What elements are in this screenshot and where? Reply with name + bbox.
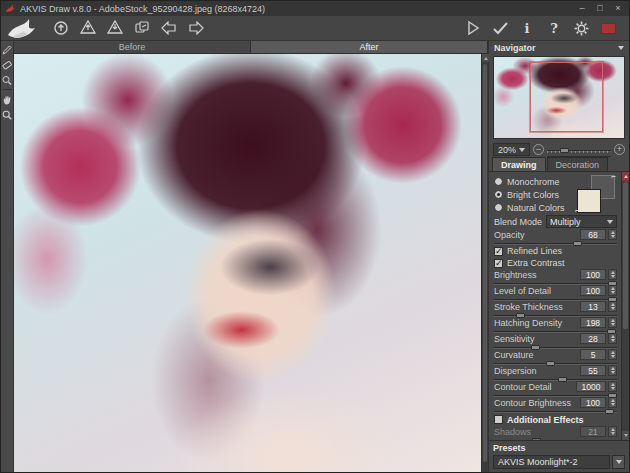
param-value-input[interactable]: 100 (580, 397, 606, 408)
stepper[interactable] (608, 349, 617, 360)
param-value-input[interactable]: 5 (580, 349, 606, 360)
brush-tool[interactable] (2, 44, 13, 55)
zoom-tool[interactable] (2, 109, 13, 120)
canvas-viewport[interactable] (14, 54, 488, 472)
stepper[interactable] (608, 285, 617, 296)
checkbox[interactable] (494, 259, 503, 268)
tab-drawing[interactable]: Drawing (492, 157, 546, 171)
param-slider[interactable] (494, 361, 617, 366)
chevron-down-icon[interactable] (618, 46, 624, 50)
param-value-input[interactable]: 100 (580, 285, 606, 296)
settings-panel: Monochrome Bright Colors Natural Colors … (489, 172, 629, 440)
param-slider[interactable] (494, 377, 617, 382)
slider-handle[interactable] (605, 409, 614, 414)
checkbox[interactable] (494, 415, 503, 424)
radio-natural-colors[interactable] (494, 203, 503, 212)
undo-button[interactable] (157, 18, 181, 39)
redo-button[interactable] (184, 18, 208, 39)
param-value-input[interactable]: 100 (580, 269, 606, 280)
save-image-button[interactable] (103, 18, 127, 39)
scrollbar-thumb[interactable] (623, 182, 628, 329)
share-button[interactable] (130, 18, 154, 39)
param-value-input[interactable]: 13 (580, 301, 606, 312)
zoom-in-button[interactable]: + (614, 144, 625, 155)
open-image-button[interactable] (49, 18, 73, 39)
panel-mode-button[interactable] (596, 18, 620, 39)
foreground-color-swatch[interactable] (577, 189, 601, 213)
check-extra-contrast[interactable]: Extra Contrast (494, 257, 617, 269)
slider-handle[interactable] (608, 281, 617, 286)
slider-handle[interactable] (531, 345, 540, 350)
stepper[interactable] (608, 397, 617, 408)
checkbox[interactable] (494, 247, 503, 256)
param-slider[interactable] (494, 329, 617, 334)
swap-colors-icon[interactable]: ⌐ (611, 172, 616, 181)
blend-mode-row: Blend Mode Multiply (494, 214, 617, 229)
canvas-vertical-scrollbar[interactable] (481, 54, 488, 472)
param-slider[interactable] (494, 241, 617, 246)
reset-colors-icon[interactable]: ⌐ (575, 206, 580, 215)
param-value-input[interactable]: 55 (580, 365, 606, 376)
param-slider[interactable] (494, 281, 617, 286)
slider-handle[interactable] (546, 361, 555, 366)
close-button[interactable]: × (611, 2, 625, 15)
stepper[interactable] (608, 269, 617, 280)
scroll-up-icon[interactable] (622, 172, 629, 181)
zoom-level-dropdown[interactable]: 20% (493, 143, 530, 156)
param-slider[interactable] (494, 297, 617, 302)
minimize-button[interactable]: – (575, 2, 589, 15)
param-value-input[interactable]: 68 (580, 229, 606, 240)
slider-handle[interactable] (573, 241, 582, 246)
navigator-thumbnail[interactable] (493, 56, 625, 139)
stepper[interactable] (608, 301, 617, 312)
param-contour-brightness: Contour Brightness 100 (494, 397, 617, 413)
slider-handle[interactable] (607, 329, 616, 334)
stepper[interactable] (608, 365, 617, 376)
additional-effects-header[interactable]: Additional Effects (494, 413, 617, 426)
param-slider[interactable] (494, 393, 617, 398)
param-value-input[interactable]: 28 (580, 333, 606, 344)
import-button[interactable] (76, 18, 100, 39)
apply-button[interactable] (488, 18, 512, 39)
info-button[interactable]: i (515, 18, 539, 39)
preset-dropdown-button[interactable] (612, 455, 625, 469)
param-value-input[interactable]: 1000 (576, 381, 606, 392)
param-dispersion: Dispersion 55 (494, 365, 617, 381)
eraser-tool[interactable] (2, 59, 13, 70)
tab-decoration[interactable]: Decoration (547, 157, 609, 171)
maximize-button[interactable]: □ (593, 2, 607, 15)
slider-handle[interactable] (558, 377, 567, 382)
stepper[interactable] (608, 229, 617, 240)
param-slider[interactable] (494, 345, 617, 350)
radio-bright-colors[interactable] (494, 190, 503, 199)
tab-before[interactable]: Before (14, 41, 251, 53)
slider-handle[interactable] (608, 297, 617, 302)
scrollbar-thumb[interactable] (483, 64, 487, 462)
tab-after[interactable]: After (251, 41, 488, 53)
history-brush-tool[interactable] (2, 74, 13, 85)
param-value-input[interactable]: 198 (580, 317, 606, 328)
settings-scrollbar[interactable] (621, 172, 629, 440)
navigator-view-frame[interactable] (530, 62, 603, 132)
zoom-slider-handle[interactable] (560, 148, 569, 153)
zoom-out-button[interactable]: − (533, 144, 544, 155)
slider-handle[interactable] (516, 313, 525, 318)
blend-mode-select[interactable]: Multiply (546, 215, 617, 228)
radio-monochrome[interactable] (494, 177, 503, 186)
preset-select[interactable]: AKVIS Moonlight*-2 (493, 455, 610, 469)
eraser-icon (2, 60, 12, 70)
slider-handle[interactable] (608, 393, 617, 398)
stepper[interactable] (608, 381, 617, 392)
run-button[interactable] (461, 18, 485, 39)
scroll-down-icon[interactable] (622, 431, 629, 440)
param-slider[interactable] (494, 313, 617, 318)
check-refined-lines[interactable]: Refined Lines (494, 245, 617, 257)
param-slider[interactable] (494, 409, 617, 414)
stepper[interactable] (608, 317, 617, 328)
scroll-up-icon[interactable] (482, 54, 489, 62)
zoom-slider[interactable] (547, 148, 611, 153)
stepper[interactable] (608, 333, 617, 344)
preferences-button[interactable] (569, 18, 593, 39)
hand-tool[interactable] (2, 94, 13, 105)
help-button[interactable]: ? (542, 18, 566, 39)
